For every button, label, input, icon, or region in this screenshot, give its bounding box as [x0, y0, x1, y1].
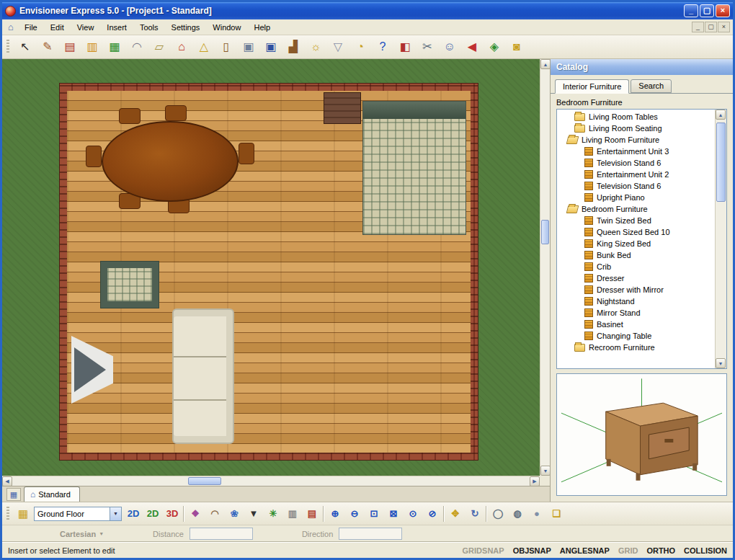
tree-item[interactable]: Entertainment Unit 3	[557, 146, 715, 157]
tree-item[interactable]: Queen Sized Bed 10	[557, 226, 715, 238]
tree-item[interactable]: Living Room Furniture	[557, 134, 715, 146]
status-toggle[interactable]: ANGLESNAP	[560, 546, 610, 555]
pan-hand-icon[interactable]: ✥	[447, 505, 464, 523]
furniture-tool-icon[interactable]: ▟	[284, 37, 303, 56]
menu-item[interactable]: Settings	[165, 21, 207, 34]
plant-tool-icon[interactable]: ❀	[226, 505, 243, 523]
menu-item[interactable]: Tools	[133, 21, 165, 34]
toolbar-separator[interactable]	[323, 506, 324, 522]
maximize-button[interactable]: ▢	[700, 4, 714, 17]
view-3d-icon[interactable]: 3D	[164, 505, 181, 523]
dining-chair[interactable]	[119, 108, 141, 124]
sofa[interactable]	[172, 308, 234, 444]
scroll-left-icon[interactable]	[2, 476, 12, 486]
masonry-fireplace[interactable]	[324, 92, 361, 124]
floor-tool-icon[interactable]: ▱	[150, 37, 169, 56]
status-toggle[interactable]: ORTHO	[646, 546, 675, 555]
tree-item[interactable]: Living Room Tables	[557, 111, 715, 123]
back-arrow-icon[interactable]: ◀	[463, 37, 481, 56]
scroll-right-icon[interactable]	[530, 476, 540, 486]
mdi-close-button[interactable]: ×	[718, 22, 730, 32]
window-tool-icon[interactable]: ▦	[105, 37, 124, 56]
catalog-header[interactable]: Catalog	[551, 59, 733, 75]
wall-tool-icon[interactable]: ▤	[61, 37, 79, 56]
close-button[interactable]: ×	[716, 4, 730, 17]
layers-icon[interactable]: ❏	[548, 505, 565, 523]
view-2d-grid-icon[interactable]: 2D	[144, 505, 161, 523]
toolbar-separator[interactable]	[486, 506, 487, 522]
assistant-help-icon[interactable]: ☺	[440, 37, 459, 56]
tree-item[interactable]: Changing Table	[557, 330, 715, 342]
door-tool-icon[interactable]: ▯	[217, 37, 236, 56]
shaded-mode-icon[interactable]: ●	[528, 505, 545, 523]
scroll-up-icon[interactable]	[540, 59, 550, 69]
canvas-vertical-scrollbar[interactable]	[540, 59, 550, 476]
tree-item[interactable]: Twin Sized Bed	[557, 215, 715, 226]
tree-item[interactable]: King Sized Bed	[557, 238, 715, 249]
camera-view-icon[interactable]: ▣	[239, 37, 258, 56]
clock-tool-icon[interactable]: ◔	[351, 37, 370, 56]
menu-item[interactable]: View	[71, 21, 101, 34]
design-canvas[interactable]	[2, 59, 540, 476]
floor-selector[interactable]: Ground Floor	[34, 507, 122, 521]
house-tool-icon[interactable]: ⌂	[172, 37, 191, 56]
mdi-restore-button[interactable]: ▢	[705, 22, 717, 32]
mdi-minimize-button[interactable]: _	[692, 22, 704, 32]
paintbrush-tool-icon[interactable]: ✎	[38, 37, 57, 56]
monitor-icon[interactable]: ▣	[262, 37, 280, 56]
menu-item[interactable]: Insert	[100, 21, 133, 34]
item-preview-pane[interactable]	[556, 373, 727, 496]
menu-item[interactable]: Window	[206, 21, 247, 34]
horizontal-scroll-thumb[interactable]	[188, 477, 221, 485]
cabinet-tool-icon[interactable]: ▥	[83, 37, 102, 56]
view-3d-home-icon[interactable]: ◈	[485, 37, 504, 56]
terrain-tool-icon[interactable]: △	[195, 37, 213, 56]
view-manager-icon[interactable]: ▦	[6, 488, 21, 501]
scroll-up-icon[interactable]	[716, 110, 726, 120]
menu-item[interactable]: Edit	[44, 21, 71, 34]
vertical-scroll-track[interactable]	[540, 69, 550, 466]
zoom-extents-icon[interactable]: ⊠	[385, 505, 402, 523]
tree-item[interactable]: Recroom Furniture	[557, 342, 715, 353]
armchair[interactable]	[100, 261, 159, 308]
tab-standard-view[interactable]: ⌂ Standard	[24, 486, 80, 502]
distance-input[interactable]	[190, 528, 253, 540]
wireframe-mode-icon[interactable]: ◯	[489, 505, 507, 523]
tree-item[interactable]: Living Room Seating	[557, 123, 715, 134]
tree-scroll-track[interactable]	[716, 120, 726, 358]
fixture-tool-icon[interactable]: ▽	[329, 37, 347, 56]
tree-item[interactable]: Bunk Bed	[557, 249, 715, 261]
roof-tool-icon[interactable]: ◠	[128, 37, 146, 56]
status-toggle[interactable]: COLLISION	[684, 546, 727, 555]
hidden-line-mode-icon[interactable]: ◍	[509, 505, 526, 523]
toolbar-separator[interactable]	[183, 506, 184, 522]
toolbar-separator[interactable]	[443, 506, 445, 522]
components-icon[interactable]: ❖	[187, 505, 204, 523]
zoom-selected-icon[interactable]: ⊙	[404, 505, 422, 523]
fence-tool-icon[interactable]: ▥	[284, 505, 301, 523]
chevron-down-icon[interactable]	[110, 507, 121, 520]
cutter-tool-icon[interactable]: ✂	[418, 37, 437, 56]
orbit-icon[interactable]: ↻	[466, 505, 484, 523]
minimize-button[interactable]: _	[684, 4, 698, 17]
queen-bed[interactable]	[362, 101, 466, 235]
toolbox-icon[interactable]: ◧	[396, 37, 414, 56]
select-tool-icon[interactable]: ↖	[16, 37, 35, 56]
tree-item[interactable]: Crib	[557, 261, 715, 272]
dining-chair[interactable]	[165, 105, 187, 121]
filter-funnel-icon[interactable]: ▼	[245, 505, 262, 523]
scroll-down-icon[interactable]	[540, 466, 550, 476]
tree-scrollbar[interactable]	[715, 110, 726, 368]
tree-item[interactable]: Television Stand 6	[557, 157, 715, 169]
sprinkler-tool-icon[interactable]: ✳	[264, 505, 282, 523]
tree-item[interactable]: Television Stand 6	[557, 180, 715, 192]
status-toggle[interactable]: GRID	[618, 546, 638, 555]
lamp-tool-icon[interactable]: ☼	[306, 37, 325, 56]
dining-table[interactable]	[102, 121, 239, 202]
menu-item[interactable]: File	[18, 21, 44, 34]
horizontal-scroll-track[interactable]	[12, 476, 530, 486]
tree-item[interactable]: Dresser	[557, 272, 715, 284]
preview-3d-nightstand[interactable]	[557, 374, 726, 495]
zoom-in-icon[interactable]: ⊕	[326, 505, 344, 523]
menu-item[interactable]: Help	[247, 21, 277, 34]
